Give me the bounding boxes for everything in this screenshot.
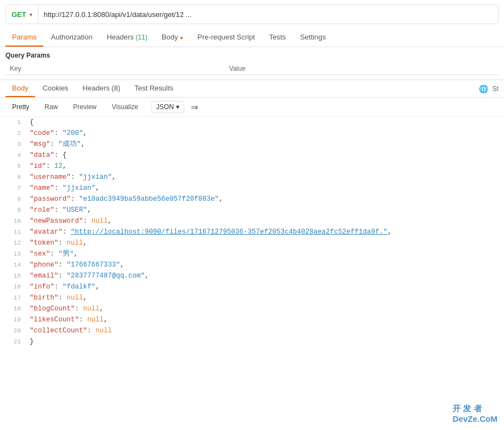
tab-settings[interactable]: Settings bbox=[293, 29, 332, 47]
json-line: 7 "name": "jjxian", bbox=[0, 183, 504, 194]
value-column-header: Value bbox=[225, 63, 499, 75]
json-content: "newPassword": null, bbox=[30, 216, 499, 227]
line-number: 10 bbox=[5, 217, 21, 227]
query-params-section: Query Params Key Value bbox=[0, 47, 504, 80]
line-number: 14 bbox=[5, 261, 21, 270]
view-tab-pretty[interactable]: Pretty bbox=[5, 101, 36, 113]
line-number: 13 bbox=[5, 250, 21, 259]
json-line: 8 "password": "e10adc3949ba59abbe56e057f… bbox=[0, 194, 504, 205]
json-content: "likesCount": null, bbox=[30, 314, 499, 325]
tab-params[interactable]: Params bbox=[5, 29, 43, 47]
json-content: "email": "2837777487@qq.com", bbox=[30, 270, 499, 281]
status-text: St bbox=[492, 85, 499, 93]
method-label: GET bbox=[12, 10, 26, 19]
json-content: "msg": "成功", bbox=[30, 139, 499, 150]
json-line: 20 "collectCount": null bbox=[0, 325, 504, 336]
line-number: 5 bbox=[5, 162, 21, 172]
json-content: "id": 12, bbox=[30, 161, 499, 172]
line-number: 18 bbox=[5, 304, 21, 314]
json-line: 19 "likesCount": null, bbox=[0, 314, 504, 325]
json-line: 2 "code": "200", bbox=[0, 128, 504, 139]
json-line: 12 "token": null, bbox=[0, 237, 504, 248]
response-tab-right: 🌐 St bbox=[479, 84, 499, 93]
line-number: 11 bbox=[5, 228, 21, 237]
json-line: 5 "id": 12, bbox=[0, 161, 504, 172]
view-tab-visualize[interactable]: Visualize bbox=[105, 101, 145, 113]
json-line: 14 "phone": "17667667333", bbox=[0, 259, 504, 270]
line-number: 1 bbox=[5, 118, 21, 128]
view-tab-raw[interactable]: Raw bbox=[38, 101, 64, 113]
line-number: 12 bbox=[5, 239, 21, 248]
json-content: "password": "e10adc3949ba59abbe56e057f20… bbox=[30, 194, 499, 205]
json-line: 1{ bbox=[0, 117, 504, 128]
response-tab-headers[interactable]: Headers (8) bbox=[76, 80, 127, 97]
json-line: 15 "email": "2837777487@qq.com", bbox=[0, 270, 504, 281]
line-number: 16 bbox=[5, 282, 21, 292]
json-line: 16 "info": "fdalkf", bbox=[0, 281, 504, 292]
json-content: "role": "USER", bbox=[30, 205, 499, 216]
query-params-title: Query Params bbox=[5, 52, 499, 59]
globe-icon[interactable]: 🌐 bbox=[479, 84, 488, 93]
view-tab-preview[interactable]: Preview bbox=[66, 101, 103, 113]
view-tabs: Pretty Raw Preview Visualize JSON ▾ ⇒ bbox=[0, 98, 504, 117]
line-number: 21 bbox=[5, 337, 21, 347]
method-selector[interactable]: GET ▾ bbox=[6, 5, 38, 24]
json-line: 18 "blogCount": null, bbox=[0, 303, 504, 314]
params-table: Key Value bbox=[5, 63, 499, 75]
line-number: 15 bbox=[5, 271, 21, 281]
url-bar: GET ▾ bbox=[5, 4, 499, 24]
line-number: 3 bbox=[5, 140, 21, 150]
json-content: "blogCount": null, bbox=[30, 303, 499, 314]
json-content: "token": null, bbox=[30, 237, 499, 248]
line-number: 20 bbox=[5, 326, 21, 336]
format-chevron-icon: ▾ bbox=[176, 103, 179, 111]
line-number: 6 bbox=[5, 173, 21, 183]
json-line: 9 "role": "USER", bbox=[0, 205, 504, 216]
json-content: "username": "jjxian", bbox=[30, 172, 499, 183]
line-number: 9 bbox=[5, 206, 21, 216]
json-line: 3 "msg": "成功", bbox=[0, 139, 504, 150]
headers-badge: (11) bbox=[135, 33, 147, 41]
format-selector[interactable]: JSON ▾ bbox=[151, 101, 184, 113]
json-line: 4 "data": { bbox=[0, 150, 504, 161]
tab-pre-request[interactable]: Pre-request Script bbox=[191, 29, 262, 47]
wrap-icon[interactable]: ⇒ bbox=[191, 102, 198, 112]
json-content: "birth": null, bbox=[30, 292, 499, 303]
response-tab-test-results[interactable]: Test Results bbox=[128, 80, 180, 97]
line-number: 4 bbox=[5, 151, 21, 161]
json-line: 6 "username": "jjxian", bbox=[0, 172, 504, 183]
response-tab-cookies[interactable]: Cookies bbox=[36, 80, 75, 97]
json-content: } bbox=[30, 336, 499, 347]
json-content: "info": "fdalkf", bbox=[30, 281, 499, 292]
response-tabs: Body Cookies Headers (8) Test Results 🌐 … bbox=[0, 80, 504, 98]
request-tabs: Params Authorization Headers (11) Body ●… bbox=[0, 29, 504, 47]
body-dot: ● bbox=[180, 35, 183, 41]
url-input[interactable] bbox=[38, 10, 498, 19]
line-number: 2 bbox=[5, 129, 21, 139]
key-column-header: Key bbox=[5, 63, 225, 75]
json-content: "code": "200", bbox=[30, 128, 499, 139]
json-content: { bbox=[30, 117, 499, 128]
json-line: 11 "avatar": "http://localhost:9090/file… bbox=[0, 227, 504, 237]
json-viewer: 1{2 "code": "200",3 "msg": "成功",4 "data"… bbox=[0, 117, 504, 347]
tab-headers[interactable]: Headers (11) bbox=[100, 29, 154, 47]
json-content: "data": { bbox=[30, 150, 499, 161]
line-number: 7 bbox=[5, 184, 21, 194]
chevron-down-icon: ▾ bbox=[30, 12, 32, 18]
json-line: 17 "birth": null, bbox=[0, 292, 504, 303]
json-line: 13 "sex": "男", bbox=[0, 248, 504, 259]
format-label: JSON bbox=[156, 103, 174, 111]
line-number: 19 bbox=[5, 315, 21, 325]
tab-tests[interactable]: Tests bbox=[263, 29, 292, 47]
json-content: "name": "jjxian", bbox=[30, 183, 499, 194]
json-content: "avatar": "http://localhost:9090/files/1… bbox=[30, 227, 499, 237]
json-content: "phone": "17667667333", bbox=[30, 259, 499, 270]
json-content: "collectCount": null bbox=[30, 325, 499, 336]
json-line: 10 "newPassword": null, bbox=[0, 216, 504, 227]
response-tab-body[interactable]: Body bbox=[5, 80, 35, 97]
tab-authorization[interactable]: Authorization bbox=[44, 29, 99, 47]
line-number: 17 bbox=[5, 293, 21, 303]
line-number: 8 bbox=[5, 195, 21, 205]
tab-body[interactable]: Body ● bbox=[155, 29, 190, 47]
json-line: 21} bbox=[0, 336, 504, 347]
